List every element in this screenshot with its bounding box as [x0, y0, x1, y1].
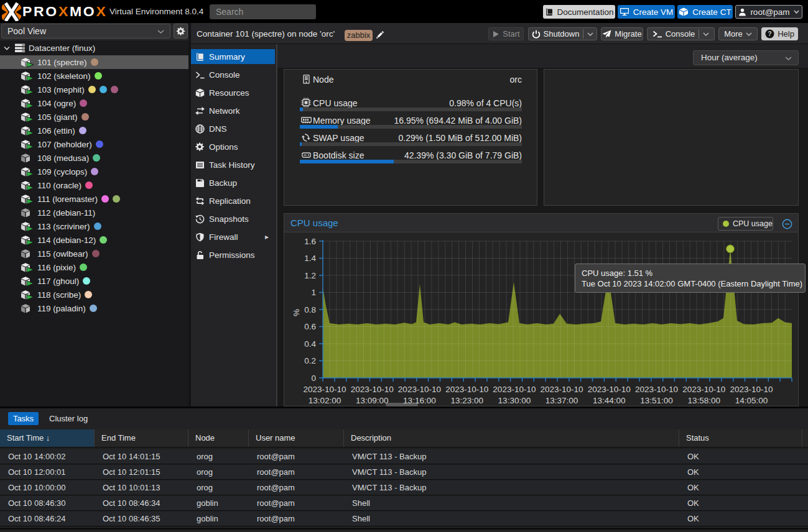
svg-text:?: ?	[768, 30, 771, 37]
